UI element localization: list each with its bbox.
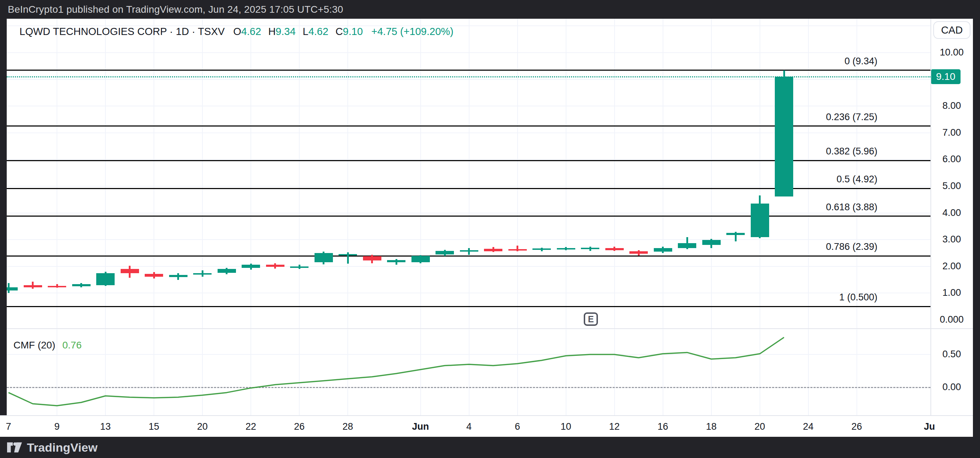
time-axis-label: 15 <box>138 421 170 432</box>
price-axis-label: 0.000 <box>931 314 973 325</box>
currency-button[interactable]: CAD <box>933 21 970 39</box>
time-axis-label: 10 <box>550 421 582 432</box>
earnings-icon[interactable]: E <box>584 312 598 326</box>
time-axis-label: 20 <box>744 421 776 432</box>
time-axis-label: 28 <box>332 421 364 432</box>
pane-separator[interactable] <box>7 328 973 329</box>
frame-left <box>0 19 7 415</box>
time-axis-label: 7 <box>0 421 24 432</box>
time-axis-label: Ju <box>913 421 945 432</box>
attribution-bar: BeInCrypto1 published on TradingView.com… <box>0 0 980 19</box>
time-axis-label: 13 <box>89 421 121 432</box>
tradingview-share-image: 0 (9.34)0.236 (7.25)0.382 (5.96)0.5 (4.9… <box>0 0 980 458</box>
indicator-name[interactable]: CMF (20) <box>13 340 55 351</box>
price-axis-label: 7.00 <box>931 127 973 138</box>
cmf-axis-label: 0.00 <box>931 382 973 393</box>
price-axis-label: 4.00 <box>931 208 973 219</box>
time-axis-label: 20 <box>186 421 218 432</box>
symbol-title[interactable]: LQWD TECHNOLOGIES CORP · 1D · TSXV <box>19 26 225 38</box>
time-axis-label: 16 <box>647 421 679 432</box>
brand-text: TradingView <box>27 441 98 455</box>
last-price-badge: 9.10 <box>931 69 961 84</box>
ohlc-close: C9.10 <box>336 26 363 38</box>
cmf-axis-label: 0.50 <box>931 349 973 360</box>
frame-right <box>973 0 980 437</box>
change-value: +4.75 (+109.20%) <box>371 26 453 38</box>
time-axis-label: 26 <box>283 421 315 432</box>
price-axis-label: 1.00 <box>931 287 973 298</box>
time-axis-label: 12 <box>598 421 630 432</box>
price-axis-label: 3.00 <box>931 234 973 245</box>
indicator-value: 0.76 <box>62 340 82 351</box>
price-axis-label: 8.00 <box>931 100 973 111</box>
ohlc-low: L4.62 <box>303 26 329 38</box>
time-axis-label: 4 <box>453 421 485 432</box>
attribution-text: BeInCrypto1 published on TradingView.com… <box>8 4 343 15</box>
indicator-legend: CMF (20) 0.76 <box>13 339 82 351</box>
time-axis-label: 24 <box>792 421 824 432</box>
time-axis-label: 18 <box>695 421 727 432</box>
chart-legend: LQWD TECHNOLOGIES CORP · 1D · TSXV O4.62… <box>19 25 453 38</box>
ohlc-values: O4.62H9.34L4.62C9.10 <box>233 26 363 38</box>
time-axis-label: 6 <box>502 421 533 432</box>
ohlc-open: O4.62 <box>233 26 261 38</box>
cmf-line <box>7 19 931 415</box>
time-axis-border <box>0 415 973 416</box>
price-axis-label: 6.00 <box>931 154 973 165</box>
time-axis-label: 22 <box>235 421 267 432</box>
chart-plot-area[interactable] <box>7 19 931 415</box>
price-axis-label: 5.00 <box>931 181 973 192</box>
time-axis-label: 9 <box>41 421 73 432</box>
time-axis-label: 26 <box>841 421 873 432</box>
price-axis-label: 10.00 <box>931 47 973 58</box>
ohlc-high: H9.34 <box>268 26 296 38</box>
price-axis-border <box>931 19 931 415</box>
time-axis-label: Jun <box>405 421 437 432</box>
tradingview-logo-icon <box>7 442 22 453</box>
brand-bar: TradingView <box>0 437 980 458</box>
price-axis-label: 2.00 <box>931 261 973 272</box>
